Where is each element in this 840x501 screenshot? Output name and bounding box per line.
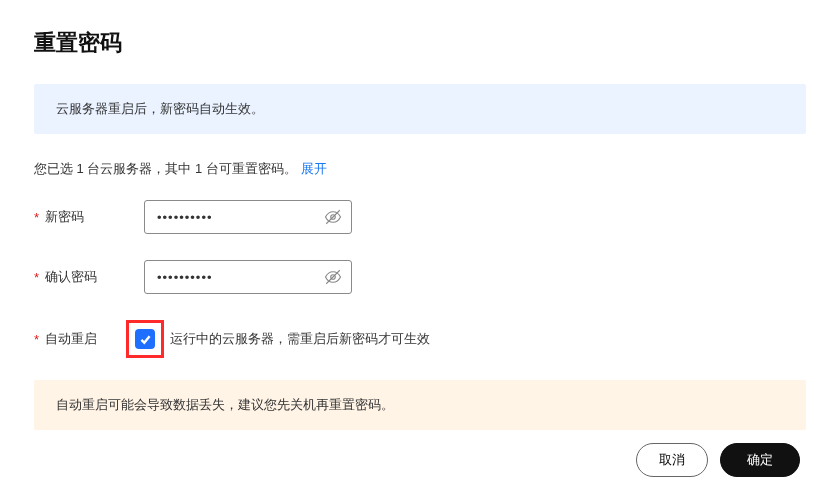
cancel-button[interactable]: 取消 [636,443,708,477]
info-banner: 云服务器重启后，新密码自动生效。 [34,84,806,134]
new-password-row: * 新密码 [34,200,806,234]
confirm-password-row: * 确认密码 [34,260,806,294]
confirm-password-input-wrap [144,260,352,294]
new-password-input[interactable] [144,200,352,234]
required-star-icon: * [34,332,39,347]
new-password-label-text: 新密码 [45,208,84,226]
auto-restart-hint: 运行中的云服务器，需重启后新密码才可生效 [170,330,430,348]
confirm-password-input[interactable] [144,260,352,294]
eye-off-icon[interactable] [324,268,342,286]
confirm-password-label-text: 确认密码 [45,268,97,286]
eye-off-icon[interactable] [324,208,342,226]
auto-restart-label-text: 自动重启 [45,330,97,348]
warning-banner: 自动重启可能会导致数据丢失，建议您先关机再重置密码。 [34,380,806,430]
auto-restart-label: * 自动重启 [34,330,130,348]
auto-restart-row: * 自动重启 运行中的云服务器，需重启后新密码才可生效 [34,320,806,358]
confirm-password-label: * 确认密码 [34,268,144,286]
highlight-box [126,320,164,358]
modal-title: 重置密码 [34,28,806,58]
selection-text: 您已选 1 台云服务器，其中 1 台可重置密码。 [34,161,297,176]
expand-link[interactable]: 展开 [301,161,327,176]
required-star-icon: * [34,210,39,225]
selection-summary: 您已选 1 台云服务器，其中 1 台可重置密码。 展开 [34,160,806,178]
required-star-icon: * [34,270,39,285]
confirm-button[interactable]: 确定 [720,443,800,477]
reset-password-modal: 重置密码 云服务器重启后，新密码自动生效。 您已选 1 台云服务器，其中 1 台… [0,0,840,501]
new-password-label: * 新密码 [34,208,144,226]
auto-restart-checkbox[interactable] [135,329,155,349]
modal-footer: 取消 确定 [636,443,800,477]
new-password-input-wrap [144,200,352,234]
